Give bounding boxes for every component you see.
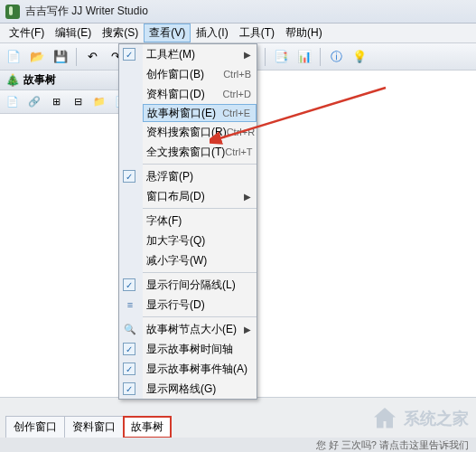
menu-item[interactable]: 🔍故事树节点大小(E)▶ <box>143 319 257 339</box>
menu-item-label: 显示网格线(G) <box>143 381 251 397</box>
bottom-tab[interactable]: 创作窗口 <box>5 416 65 438</box>
menu-separator <box>143 272 257 273</box>
menu-item[interactable]: ✓工具栏(M)▶ <box>143 44 257 64</box>
watermark-text: 系统之家 <box>404 408 469 429</box>
footer-text[interactable]: 您 好 三次吗? 请点击这里告诉我们 <box>316 438 469 452</box>
idea-button[interactable]: 💡 <box>350 47 369 67</box>
app-icon <box>5 5 20 19</box>
menu-item[interactable]: 减小字号(W) <box>143 250 257 270</box>
bottom-tab[interactable]: 故事树 <box>123 416 172 438</box>
menu-separator <box>143 208 257 209</box>
menu-item-label: 全文搜索窗口(T) <box>143 145 225 160</box>
menu-item-shortcut: Ctrl+T <box>225 146 252 157</box>
view-menu-dropdown[interactable]: ✓工具栏(M)▶创作窗口(B)Ctrl+B资料窗口(D)Ctrl+D故事树窗口(… <box>118 43 257 400</box>
menu-item-label: 显示故事树事件轴(A) <box>143 362 251 377</box>
story-tree-tool-button[interactable]: 🔗 <box>25 93 43 111</box>
menu-item[interactable]: 加大字号(Q) <box>143 231 257 250</box>
menu-item-label: 显示行间分隔线(L) <box>143 278 251 293</box>
menu-item[interactable]: 资料窗口(D)Ctrl+D <box>143 84 257 104</box>
menu-item-shortcut: Ctrl+B <box>223 69 251 80</box>
check-icon: ✓ <box>123 343 135 355</box>
menu-item[interactable]: ≡显示行号(D) <box>143 295 257 315</box>
menu-item-label: 显示行号(D) <box>143 297 251 313</box>
tool-button[interactable]: 📊 <box>294 47 314 67</box>
watermark: 系统之家 <box>371 405 469 432</box>
story-tree-tool-button[interactable]: 📄 <box>4 93 22 111</box>
check-icon: ✓ <box>123 382 135 395</box>
check-icon: ✓ <box>123 363 135 375</box>
menu-item-label: 字体(F) <box>143 213 251 229</box>
new-file-button[interactable]: 📄 <box>4 47 23 67</box>
menu-item[interactable]: ✓显示网格线(G) <box>143 379 257 399</box>
toolbar-separator <box>265 48 266 66</box>
menu-item-label: 窗口布局(D) <box>143 189 240 204</box>
menu-item[interactable]: ✓显示故事树时间轴 <box>143 339 257 359</box>
toolbar-separator <box>76 48 77 66</box>
menu-item-label: 显示故事树时间轴 <box>143 342 251 357</box>
check-icon: ✓ <box>123 48 135 61</box>
menu-item[interactable]: 工具(T) <box>234 24 280 42</box>
bottom-tabs: 创作窗口资料窗口故事树 <box>0 416 176 438</box>
menu-item-label: 工具栏(M) <box>143 47 240 62</box>
house-icon <box>371 405 398 432</box>
story-tree-tool-button[interactable]: ⊟ <box>69 93 87 111</box>
menu-item[interactable]: 编辑(E) <box>50 24 97 42</box>
menu-separator <box>143 164 257 165</box>
submenu-arrow-icon: ▶ <box>244 192 251 202</box>
tool-button[interactable]: 📑 <box>271 47 291 67</box>
menu-item-label: 故事树窗口(E) <box>144 106 222 121</box>
check-icon: ✓ <box>123 278 135 291</box>
menu-item[interactable]: 字体(F) <box>143 211 257 231</box>
open-folder-button[interactable]: 📂 <box>27 47 47 67</box>
menu-item[interactable]: ✓显示故事树事件轴(A) <box>143 359 257 379</box>
menu-item-label: 资料窗口(D) <box>143 87 223 102</box>
menu-bar[interactable]: 文件(F)编辑(E)搜索(S)查看(V)插入(I)工具(T)帮助(H) <box>0 24 476 43</box>
menu-item[interactable]: 插入(I) <box>191 24 233 42</box>
story-tree-tool-button[interactable]: 📁 <box>90 93 108 111</box>
info-button[interactable]: ⓘ <box>326 47 346 67</box>
menu-item[interactable]: ✓悬浮窗(P) <box>143 166 257 186</box>
menu-item[interactable]: 窗口布局(D)▶ <box>143 186 257 206</box>
bottom-tab[interactable]: 资料窗口 <box>64 416 124 438</box>
menu-item[interactable]: 创作窗口(B)Ctrl+B <box>143 64 257 84</box>
save-button[interactable]: 💾 <box>51 47 70 67</box>
window-title: 吉吉写作 JJ Writer Studio <box>25 4 148 19</box>
title-bar: 吉吉写作 JJ Writer Studio <box>0 0 476 24</box>
menu-separator <box>143 316 257 317</box>
check-icon: ✓ <box>123 170 135 183</box>
menu-item-label: 创作窗口(B) <box>143 67 223 82</box>
menu-item-label: 减小字号(W) <box>143 253 251 268</box>
menu-item-shortcut: Ctrl+E <box>222 108 250 118</box>
menu-item[interactable]: 全文搜索窗口(T)Ctrl+T <box>143 142 257 162</box>
menu-item-icon: ≡ <box>123 298 137 311</box>
menu-item-label: 故事树节点大小(E) <box>143 322 240 337</box>
menu-item-label: 资料搜索窗口(R) <box>143 125 227 140</box>
sidebar-title: 故事树 <box>23 72 56 88</box>
submenu-arrow-icon: ▶ <box>244 325 251 334</box>
menu-item[interactable]: 搜索(S) <box>97 24 144 42</box>
menu-item-shortcut: Ctrl+R <box>227 127 255 137</box>
menu-item[interactable]: 文件(F) <box>4 24 50 42</box>
submenu-arrow-icon: ▶ <box>244 50 251 60</box>
menu-item-label: 悬浮窗(P) <box>143 169 251 184</box>
menu-item[interactable]: 查看(V) <box>144 24 191 42</box>
undo-button[interactable]: ↶ <box>82 47 102 67</box>
menu-item[interactable]: 故事树窗口(E)Ctrl+E <box>143 104 257 122</box>
footer-bar: 您 好 三次吗? 请点击这里告诉我们 <box>0 438 476 452</box>
menu-item[interactable]: 资料搜索窗口(R)Ctrl+R <box>143 122 257 142</box>
menu-item-shortcut: Ctrl+D <box>223 89 251 99</box>
menu-item-label: 加大字号(Q) <box>143 233 251 249</box>
menu-item-icon: 🔍 <box>123 323 137 335</box>
toolbar-separator <box>320 48 321 66</box>
story-tree-tool-button[interactable]: ⊞ <box>47 93 65 111</box>
menu-item[interactable]: 帮助(H) <box>280 24 328 42</box>
menu-item[interactable]: ✓显示行间分隔线(L) <box>143 275 257 295</box>
tree-icon: 🎄 <box>5 73 20 87</box>
